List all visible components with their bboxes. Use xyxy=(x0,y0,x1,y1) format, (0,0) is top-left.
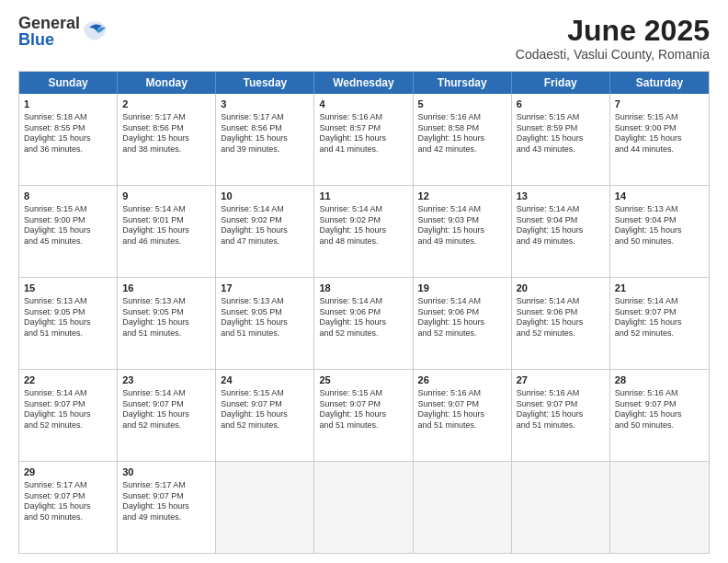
day-cell-16: 16Sunrise: 5:13 AM Sunset: 9:05 PM Dayli… xyxy=(118,278,216,369)
logo-bird-icon xyxy=(82,20,108,42)
day-number: 13 xyxy=(517,190,605,203)
weekday-header-tuesday: Tuesday xyxy=(216,72,314,94)
day-info: Sunrise: 5:14 AM Sunset: 9:06 PM Dayligh… xyxy=(517,296,605,339)
day-info: Sunrise: 5:14 AM Sunset: 9:03 PM Dayligh… xyxy=(418,204,506,247)
weekday-header-monday: Monday xyxy=(118,72,216,94)
day-info: Sunrise: 5:14 AM Sunset: 9:04 PM Dayligh… xyxy=(517,204,605,247)
day-cell-3: 3Sunrise: 5:17 AM Sunset: 8:56 PM Daylig… xyxy=(216,94,314,185)
day-number: 14 xyxy=(615,190,704,203)
day-info: Sunrise: 5:16 AM Sunset: 9:07 PM Dayligh… xyxy=(615,388,704,431)
day-info: Sunrise: 5:13 AM Sunset: 9:05 PM Dayligh… xyxy=(24,296,112,339)
day-cell-15: 15Sunrise: 5:13 AM Sunset: 9:05 PM Dayli… xyxy=(19,278,118,369)
day-number: 10 xyxy=(221,190,309,203)
day-info: Sunrise: 5:17 AM Sunset: 8:56 PM Dayligh… xyxy=(221,112,309,155)
day-cell-11: 11Sunrise: 5:14 AM Sunset: 9:02 PM Dayli… xyxy=(314,186,413,277)
day-cell-14: 14Sunrise: 5:13 AM Sunset: 9:04 PM Dayli… xyxy=(610,186,709,277)
day-cell-10: 10Sunrise: 5:14 AM Sunset: 9:02 PM Dayli… xyxy=(216,186,314,277)
day-cell-9: 9Sunrise: 5:14 AM Sunset: 9:01 PM Daylig… xyxy=(118,186,216,277)
day-cell-23: 23Sunrise: 5:14 AM Sunset: 9:07 PM Dayli… xyxy=(118,370,216,461)
day-number: 2 xyxy=(122,98,210,111)
calendar-row-3: 15Sunrise: 5:13 AM Sunset: 9:05 PM Dayli… xyxy=(19,277,709,369)
day-info: Sunrise: 5:16 AM Sunset: 9:07 PM Dayligh… xyxy=(517,388,605,431)
weekday-header-wednesday: Wednesday xyxy=(314,72,413,94)
day-number: 30 xyxy=(122,465,210,479)
calendar-row-4: 22Sunrise: 5:14 AM Sunset: 9:07 PM Dayli… xyxy=(19,369,709,461)
day-cell-13: 13Sunrise: 5:14 AM Sunset: 9:04 PM Dayli… xyxy=(512,186,610,277)
day-cell-24: 24Sunrise: 5:15 AM Sunset: 9:07 PM Dayli… xyxy=(216,370,314,461)
page: General Blue June 2025 Codaesti, Vaslui … xyxy=(0,0,728,563)
calendar-header: SundayMondayTuesdayWednesdayThursdayFrid… xyxy=(19,72,709,94)
day-cell-8: 8Sunrise: 5:15 AM Sunset: 9:00 PM Daylig… xyxy=(19,186,118,277)
day-number: 5 xyxy=(418,98,506,111)
day-number: 19 xyxy=(418,282,506,295)
logo-blue-text: Blue xyxy=(18,30,54,49)
day-info: Sunrise: 5:14 AM Sunset: 9:07 PM Dayligh… xyxy=(24,388,112,431)
day-info: Sunrise: 5:13 AM Sunset: 9:05 PM Dayligh… xyxy=(122,296,210,339)
day-number: 3 xyxy=(221,98,309,111)
main-title: June 2025 xyxy=(516,15,710,47)
day-cell-12: 12Sunrise: 5:14 AM Sunset: 9:03 PM Dayli… xyxy=(414,186,512,277)
day-number: 20 xyxy=(517,282,605,295)
day-info: Sunrise: 5:15 AM Sunset: 9:07 PM Dayligh… xyxy=(221,388,309,431)
day-info: Sunrise: 5:17 AM Sunset: 9:07 PM Dayligh… xyxy=(24,480,112,523)
day-info: Sunrise: 5:14 AM Sunset: 9:02 PM Dayligh… xyxy=(319,204,407,247)
empty-cell xyxy=(610,462,709,553)
calendar-row-5: 29Sunrise: 5:17 AM Sunset: 9:07 PM Dayli… xyxy=(19,461,709,553)
day-cell-20: 20Sunrise: 5:14 AM Sunset: 9:06 PM Dayli… xyxy=(512,278,610,369)
day-number: 26 xyxy=(418,373,506,387)
day-number: 21 xyxy=(615,282,704,295)
empty-cell xyxy=(414,462,512,553)
day-number: 24 xyxy=(221,373,309,387)
day-number: 7 xyxy=(615,98,704,111)
day-number: 12 xyxy=(418,190,506,203)
day-info: Sunrise: 5:13 AM Sunset: 9:05 PM Dayligh… xyxy=(221,296,309,339)
day-number: 16 xyxy=(122,282,210,295)
day-info: Sunrise: 5:14 AM Sunset: 9:07 PM Dayligh… xyxy=(122,388,210,431)
weekday-header-thursday: Thursday xyxy=(414,72,512,94)
weekday-header-sunday: Sunday xyxy=(19,72,118,94)
day-info: Sunrise: 5:14 AM Sunset: 9:06 PM Dayligh… xyxy=(319,296,407,339)
day-number: 11 xyxy=(319,190,407,203)
day-cell-22: 22Sunrise: 5:14 AM Sunset: 9:07 PM Dayli… xyxy=(19,370,118,461)
empty-cell xyxy=(512,462,610,553)
day-cell-6: 6Sunrise: 5:15 AM Sunset: 8:59 PM Daylig… xyxy=(512,94,610,185)
day-cell-21: 21Sunrise: 5:14 AM Sunset: 9:07 PM Dayli… xyxy=(610,278,709,369)
day-cell-7: 7Sunrise: 5:15 AM Sunset: 9:00 PM Daylig… xyxy=(610,94,709,185)
day-number: 1 xyxy=(24,98,112,111)
day-info: Sunrise: 5:17 AM Sunset: 8:56 PM Dayligh… xyxy=(122,112,210,155)
day-number: 6 xyxy=(517,98,605,111)
day-cell-29: 29Sunrise: 5:17 AM Sunset: 9:07 PM Dayli… xyxy=(19,462,118,553)
weekday-header-saturday: Saturday xyxy=(610,72,709,94)
empty-cell xyxy=(314,462,413,553)
day-cell-19: 19Sunrise: 5:14 AM Sunset: 9:06 PM Dayli… xyxy=(414,278,512,369)
day-cell-25: 25Sunrise: 5:15 AM Sunset: 9:07 PM Dayli… xyxy=(314,370,413,461)
day-info: Sunrise: 5:14 AM Sunset: 9:07 PM Dayligh… xyxy=(615,296,704,339)
day-number: 22 xyxy=(24,373,112,387)
day-info: Sunrise: 5:14 AM Sunset: 9:06 PM Dayligh… xyxy=(418,296,506,339)
day-number: 9 xyxy=(122,190,210,203)
calendar-body: 1Sunrise: 5:18 AM Sunset: 8:55 PM Daylig… xyxy=(19,94,709,553)
day-cell-18: 18Sunrise: 5:14 AM Sunset: 9:06 PM Dayli… xyxy=(314,278,413,369)
day-cell-17: 17Sunrise: 5:13 AM Sunset: 9:05 PM Dayli… xyxy=(216,278,314,369)
day-info: Sunrise: 5:18 AM Sunset: 8:55 PM Dayligh… xyxy=(24,112,112,155)
calendar: SundayMondayTuesdayWednesdayThursdayFrid… xyxy=(18,71,710,554)
day-number: 17 xyxy=(221,282,309,295)
calendar-row-2: 8Sunrise: 5:15 AM Sunset: 9:00 PM Daylig… xyxy=(19,185,709,277)
day-cell-4: 4Sunrise: 5:16 AM Sunset: 8:57 PM Daylig… xyxy=(314,94,413,185)
day-info: Sunrise: 5:15 AM Sunset: 9:00 PM Dayligh… xyxy=(24,204,112,247)
day-number: 29 xyxy=(24,465,112,479)
logo-general-text: General xyxy=(18,14,80,32)
day-number: 25 xyxy=(319,373,407,387)
title-block: June 2025 Codaesti, Vaslui County, Roman… xyxy=(516,15,710,62)
day-info: Sunrise: 5:16 AM Sunset: 8:57 PM Dayligh… xyxy=(319,112,407,155)
day-cell-26: 26Sunrise: 5:16 AM Sunset: 9:07 PM Dayli… xyxy=(414,370,512,461)
day-number: 27 xyxy=(517,373,605,387)
day-info: Sunrise: 5:14 AM Sunset: 9:01 PM Dayligh… xyxy=(122,204,210,247)
day-cell-27: 27Sunrise: 5:16 AM Sunset: 9:07 PM Dayli… xyxy=(512,370,610,461)
day-cell-28: 28Sunrise: 5:16 AM Sunset: 9:07 PM Dayli… xyxy=(610,370,709,461)
day-info: Sunrise: 5:13 AM Sunset: 9:04 PM Dayligh… xyxy=(615,204,704,247)
day-number: 28 xyxy=(615,373,704,387)
day-info: Sunrise: 5:16 AM Sunset: 8:58 PM Dayligh… xyxy=(418,112,506,155)
day-number: 18 xyxy=(319,282,407,295)
day-info: Sunrise: 5:17 AM Sunset: 9:07 PM Dayligh… xyxy=(122,480,210,523)
